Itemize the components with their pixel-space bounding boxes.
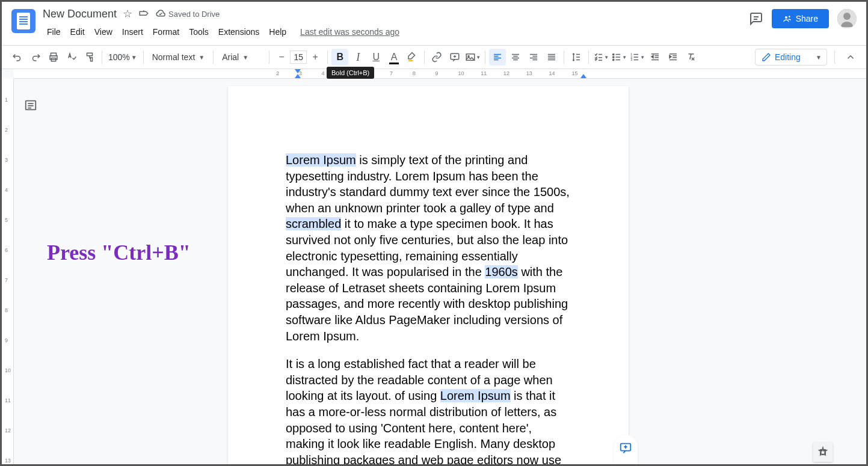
body-text[interactable]: Lorem Ipsum is simply text of the printi… bbox=[286, 152, 571, 466]
save-status-text: Saved to Drive bbox=[168, 10, 220, 19]
menu-edit[interactable]: Edit bbox=[66, 25, 89, 39]
paragraph[interactable]: Lorem Ipsum is simply text of the printi… bbox=[286, 152, 571, 344]
move-icon[interactable] bbox=[138, 8, 149, 19]
separator bbox=[213, 51, 214, 64]
header-bar: New Document ☆ Saved to Drive File Edit … bbox=[2, 2, 866, 46]
text-color-button[interactable]: A bbox=[386, 49, 402, 66]
indent-marker-right[interactable] bbox=[580, 74, 586, 78]
canvas: 23456789101112131415 12345678910111213 L… bbox=[2, 69, 866, 466]
redo-button[interactable] bbox=[27, 49, 44, 66]
selected-text[interactable]: scrambled bbox=[286, 217, 341, 230]
comment-button[interactable] bbox=[446, 49, 463, 66]
title-area: New Document ☆ Saved to Drive File Edit … bbox=[43, 5, 749, 40]
checklist-button[interactable]: ▼ bbox=[593, 49, 609, 66]
separator bbox=[269, 51, 269, 64]
mode-dropdown[interactable]: Editing ▼ bbox=[755, 49, 827, 66]
paragraph-style-dropdown[interactable]: Normal text▼ bbox=[147, 52, 209, 62]
collapse-menus-button[interactable] bbox=[842, 49, 859, 66]
font-value: Arial bbox=[222, 52, 239, 62]
separator bbox=[834, 51, 835, 64]
svg-point-5 bbox=[843, 13, 851, 20]
menu-bar: File Edit View Insert Format Tools Exten… bbox=[43, 23, 749, 40]
highlight-button[interactable] bbox=[404, 49, 420, 66]
toolbar: 100%▼ Normal text▼ Arial▼ − 15 + B I U A… bbox=[2, 46, 866, 69]
line-spacing-button[interactable] bbox=[568, 49, 585, 66]
vertical-ruler[interactable]: 12345678910111213 bbox=[2, 79, 14, 466]
explore-button[interactable] bbox=[813, 443, 833, 462]
separator bbox=[143, 51, 144, 64]
svg-point-41 bbox=[613, 59, 614, 60]
selected-text[interactable]: 1960s bbox=[485, 265, 518, 278]
svg-point-39 bbox=[613, 57, 614, 58]
bold-button[interactable]: B bbox=[331, 49, 348, 66]
menu-insert[interactable]: Insert bbox=[118, 25, 147, 39]
comments-icon[interactable] bbox=[749, 11, 763, 26]
clear-format-button[interactable] bbox=[683, 49, 700, 66]
font-size-input[interactable]: 15 bbox=[290, 51, 307, 64]
document-title[interactable]: New Document bbox=[43, 8, 117, 20]
horizontal-ruler[interactable]: 23456789101112131415 bbox=[14, 69, 866, 79]
indent-increase-button[interactable] bbox=[665, 49, 682, 66]
docs-logo[interactable] bbox=[11, 9, 35, 33]
chevron-down-icon: ▼ bbox=[199, 54, 205, 61]
separator bbox=[485, 51, 485, 64]
mode-label: Editing bbox=[775, 52, 801, 62]
star-icon[interactable]: ☆ bbox=[123, 7, 132, 20]
image-button[interactable]: ▼ bbox=[464, 49, 481, 66]
separator bbox=[102, 51, 102, 64]
bullet-list-button[interactable]: ▼ bbox=[611, 49, 627, 66]
share-label: Share bbox=[796, 14, 818, 23]
zoom-dropdown[interactable]: 100%▼ bbox=[106, 52, 140, 62]
font-size-decrease[interactable]: − bbox=[273, 49, 290, 66]
align-left-button[interactable] bbox=[489, 49, 506, 66]
numbered-list-button[interactable]: 123▼ bbox=[629, 49, 645, 66]
menu-format[interactable]: Format bbox=[149, 25, 183, 39]
separator bbox=[327, 51, 328, 64]
separator bbox=[424, 51, 425, 64]
menu-tools[interactable]: Tools bbox=[185, 25, 213, 39]
selected-text[interactable]: Lorem Ipsum bbox=[440, 389, 511, 402]
separator bbox=[564, 51, 564, 64]
selected-text[interactable]: Lorem Ipsum bbox=[286, 153, 356, 167]
handwritten-annotation: Press "Ctrl+B" bbox=[47, 240, 191, 265]
save-status[interactable]: Saved to Drive bbox=[155, 8, 220, 19]
undo-button[interactable] bbox=[9, 49, 26, 66]
paragraph[interactable]: It is a long established fact that a rea… bbox=[286, 356, 571, 466]
chevron-down-icon: ▼ bbox=[131, 54, 137, 61]
print-button[interactable] bbox=[45, 49, 62, 66]
svg-point-37 bbox=[613, 54, 614, 55]
link-button[interactable] bbox=[428, 49, 445, 66]
menu-view[interactable]: View bbox=[90, 25, 117, 39]
svg-point-2 bbox=[785, 16, 787, 19]
margin-actions bbox=[614, 435, 638, 466]
menu-help[interactable]: Help bbox=[265, 25, 291, 39]
zoom-value: 100% bbox=[108, 52, 130, 62]
paint-format-button[interactable] bbox=[81, 49, 98, 66]
menu-extensions[interactable]: Extensions bbox=[214, 25, 263, 39]
svg-point-3 bbox=[789, 16, 790, 17]
add-comment-icon[interactable] bbox=[618, 441, 633, 455]
bold-tooltip: Bold (Ctrl+B) bbox=[327, 67, 374, 79]
style-value: Normal text bbox=[152, 52, 195, 62]
underline-button[interactable]: U bbox=[368, 49, 384, 66]
align-justify-button[interactable] bbox=[543, 49, 560, 66]
share-button[interactable]: Share bbox=[772, 9, 829, 28]
svg-text:3: 3 bbox=[630, 58, 632, 61]
chevron-down-icon: ▼ bbox=[242, 54, 248, 61]
italic-button[interactable]: I bbox=[349, 49, 366, 66]
emoji-icon[interactable] bbox=[618, 464, 633, 466]
indent-decrease-button[interactable] bbox=[647, 49, 663, 66]
font-size-increase[interactable]: + bbox=[307, 49, 324, 66]
avatar[interactable] bbox=[837, 9, 857, 28]
menu-file[interactable]: File bbox=[43, 25, 65, 39]
align-center-button[interactable] bbox=[507, 49, 524, 66]
separator bbox=[588, 51, 589, 64]
last-edit-link[interactable]: Last edit was seconds ago bbox=[300, 27, 399, 37]
chevron-down-icon: ▼ bbox=[816, 54, 822, 61]
spellcheck-button[interactable] bbox=[63, 49, 80, 66]
pencil-icon bbox=[762, 52, 771, 62]
outline-button[interactable] bbox=[22, 97, 39, 114]
align-right-button[interactable] bbox=[525, 49, 542, 66]
document-page[interactable]: Lorem Ipsum is simply text of the printi… bbox=[228, 86, 629, 466]
font-dropdown[interactable]: Arial▼ bbox=[217, 52, 265, 62]
